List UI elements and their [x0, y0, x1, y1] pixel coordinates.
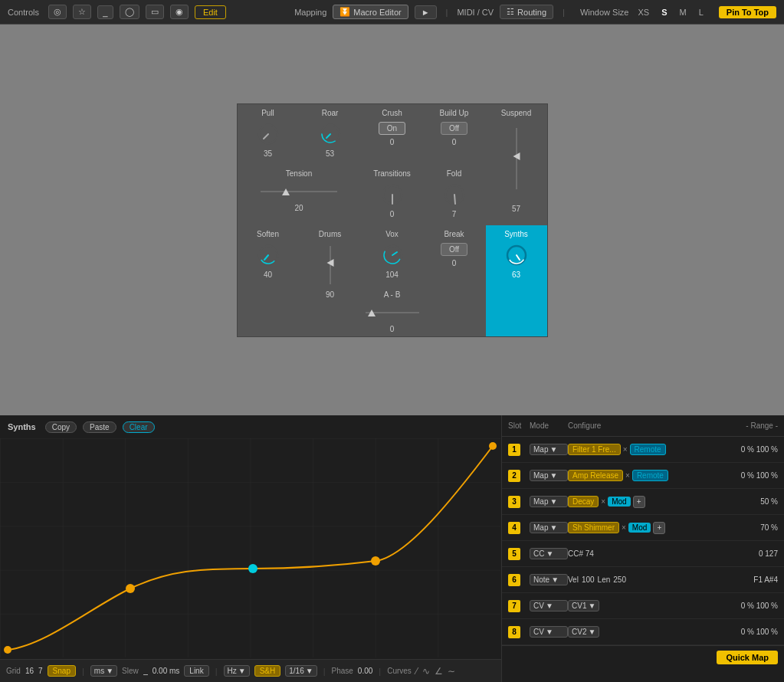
sh-button[interactable]: S&H: [254, 665, 281, 677]
ab-label: A - B: [384, 290, 401, 299]
mode-2-dropdown[interactable]: Map▼: [530, 470, 568, 481]
roar-label: Roar: [322, 109, 339, 117]
ctrl-icon-2[interactable]: ☆: [73, 5, 91, 19]
tag-filter1[interactable]: Filter 1 Fre...: [568, 444, 621, 455]
size-s-button[interactable]: S: [658, 6, 670, 18]
drums-slider[interactable]: [324, 246, 336, 284]
cv1-dropdown[interactable]: CV1▼: [568, 600, 599, 612]
mode-3-dropdown[interactable]: Map▼: [530, 496, 568, 507]
note-vel: Vel: [568, 575, 579, 584]
transitions-knob[interactable]: [380, 182, 405, 207]
curve-title: Synths: [8, 422, 36, 431]
mode-6-dropdown[interactable]: Note▼: [530, 574, 568, 585]
cv2-dropdown[interactable]: CV2▼: [568, 626, 599, 638]
mode-7-dropdown[interactable]: CV▼: [530, 600, 568, 612]
range-3: 50 %: [732, 497, 778, 506]
macro-cell-transitions[interactable]: Transitions 0: [362, 165, 423, 225]
quick-map-button[interactable]: Quick Map: [717, 651, 778, 664]
macro-cell-drums[interactable]: Drums 90: [300, 225, 361, 336]
freq-dropdown[interactable]: 1/16 ▼: [285, 665, 317, 677]
clear-button[interactable]: Clear: [123, 421, 155, 433]
curve-icon-2[interactable]: ∿: [422, 666, 430, 677]
map-row-6: 6 Note▼ Vel 100 Len 250 F1 A#4: [502, 567, 784, 593]
buildup-toggle[interactable]: Off: [441, 122, 467, 135]
close-4[interactable]: ×: [622, 523, 626, 532]
tag-shimmer[interactable]: Sh Shimmer: [568, 522, 619, 533]
curve-icon-3[interactable]: ∠: [435, 666, 443, 677]
pin-to-top-button[interactable]: Pin To Top: [719, 6, 776, 18]
mode-1-dropdown[interactable]: Map▼: [530, 444, 568, 455]
suspend-label: Suspend: [501, 109, 531, 117]
macro-cell-ab[interactable]: A - B 0: [362, 286, 423, 336]
vox-knob[interactable]: [380, 243, 405, 267]
size-l-button[interactable]: L: [696, 6, 707, 18]
crush-toggle[interactable]: On: [379, 122, 405, 135]
close-2[interactable]: ×: [625, 471, 630, 480]
slot-5: 5: [508, 548, 520, 560]
curve-icon-1[interactable]: ∕: [416, 666, 418, 677]
tag-remote-2[interactable]: Remote: [632, 470, 668, 481]
mode-8-dropdown[interactable]: CV▼: [530, 626, 568, 638]
macro-cell-buildup[interactable]: Build Up Off 0: [424, 104, 485, 164]
curve-icon-4[interactable]: ∼: [448, 666, 455, 677]
macro-cell-roar[interactable]: Roar 53: [300, 104, 361, 164]
hz-dropdown[interactable]: Hz ▼: [224, 665, 250, 677]
macro-cell-suspend[interactable]: Suspend 57: [486, 104, 547, 225]
ctrl-icon-1[interactable]: ◎: [48, 5, 67, 19]
copy-button[interactable]: Copy: [45, 421, 77, 433]
pull-knob[interactable]: [256, 122, 280, 146]
suspend-slider[interactable]: [510, 128, 523, 189]
close-1[interactable]: ×: [623, 445, 628, 454]
ctrl-icon-5[interactable]: ▭: [146, 5, 164, 19]
svg-point-12: [4, 646, 11, 654]
tension-slider[interactable]: [261, 185, 337, 198]
macro-cell-pull[interactable]: Pull 35: [238, 104, 299, 164]
macro-cell-vox[interactable]: Vox 104: [362, 225, 423, 285]
ctrl-icon-4[interactable]: ◯: [120, 5, 139, 19]
size-m-button[interactable]: M: [677, 6, 690, 18]
soften-knob[interactable]: [256, 243, 280, 267]
edit-button[interactable]: Edit: [195, 5, 226, 19]
break-toggle[interactable]: Off: [441, 243, 467, 256]
macro-cell-crush[interactable]: Crush On 0: [362, 104, 423, 164]
slot-header: Slot: [508, 421, 530, 430]
plus-3[interactable]: +: [633, 496, 645, 508]
routing-icon: ☷: [507, 7, 514, 17]
snap-button[interactable]: Snap: [48, 665, 76, 677]
ms-dropdown[interactable]: ms ▼: [90, 665, 117, 677]
mode-5-dropdown[interactable]: CC▼: [530, 548, 568, 559]
tag-mod-3[interactable]: Mod: [608, 497, 630, 507]
ctrl-icon-6[interactable]: ◉: [170, 5, 189, 19]
link-button[interactable]: Link: [184, 665, 208, 677]
macro-cell-tension[interactable]: Tension 20: [238, 165, 361, 225]
ctrl-icon-3[interactable]: ⎯: [97, 5, 113, 19]
macro-cell-synths[interactable]: Synths 63: [486, 225, 547, 336]
break-label: Break: [444, 230, 464, 238]
map-row-4: 4 Map▼ Sh Shimmer × Mod + 70 %: [502, 515, 784, 541]
roar-knob[interactable]: [318, 122, 343, 146]
paste-button[interactable]: Paste: [83, 421, 116, 433]
fold-value: 7: [452, 210, 457, 218]
phase-value: 0.00: [358, 667, 372, 675]
size-xs-button[interactable]: XS: [635, 6, 652, 18]
macro-cell-soften[interactable]: Soften 40: [238, 225, 299, 336]
svg-point-13: [126, 584, 135, 593]
crush-label: Crush: [382, 109, 402, 117]
ab-slider[interactable]: [366, 307, 419, 319]
tag-decay[interactable]: Decay: [568, 496, 599, 507]
mode-4-dropdown[interactable]: Map▼: [530, 522, 568, 533]
grid-label: Grid: [6, 667, 21, 675]
macro-cell-fold[interactable]: Fold 7: [424, 165, 485, 225]
macro-editor-button[interactable]: ⏬ Macro Editor: [333, 5, 408, 19]
tag-mod-4[interactable]: Mod: [628, 523, 651, 533]
fold-knob[interactable]: [442, 182, 467, 207]
routing-button[interactable]: ☷ Routing: [500, 5, 553, 19]
macro-cell-break[interactable]: Break Off 0: [424, 225, 485, 336]
close-3[interactable]: ×: [601, 497, 605, 506]
synths-knob[interactable]: [504, 243, 529, 267]
forward-button[interactable]: ►: [415, 5, 437, 19]
plus-4[interactable]: +: [653, 522, 665, 534]
tag-amp-release[interactable]: Amp Release: [568, 470, 623, 481]
tag-remote-1[interactable]: Remote: [630, 444, 666, 455]
curve-canvas[interactable]: [0, 438, 501, 659]
